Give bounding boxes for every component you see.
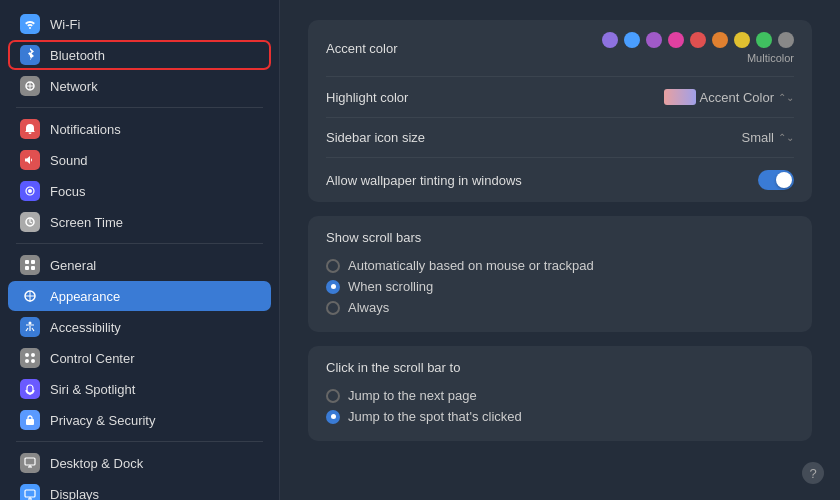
sidebar-group-notifications: Notifications Sound Focus — [0, 114, 279, 237]
highlight-color-chevron: ⌃⌄ — [778, 92, 794, 103]
click-spot-radio[interactable] — [326, 410, 340, 424]
help-button[interactable]: ? — [802, 462, 824, 484]
accent-dot-purple[interactable] — [602, 32, 618, 48]
sidebar-item-bluetooth[interactable]: Bluetooth — [8, 40, 271, 70]
click-scroll-title: Click in the scroll bar to — [326, 360, 794, 375]
sidebar-item-accessibility[interactable]: Accessibility — [8, 312, 271, 342]
bluetooth-icon — [20, 45, 40, 65]
sidebar-item-wifi-label: Wi-Fi — [50, 17, 80, 32]
svg-rect-6 — [25, 260, 29, 264]
scroll-auto-label: Automatically based on mouse or trackpad — [348, 258, 594, 273]
sidebar-divider-1 — [16, 107, 263, 108]
scroll-auto-radio[interactable] — [326, 259, 340, 273]
accent-dot-orange[interactable] — [712, 32, 728, 48]
sidebar-icon-size-label: Sidebar icon size — [326, 130, 425, 145]
sidebar: Wi-Fi Bluetooth Network — [0, 0, 280, 500]
sound-icon — [20, 150, 40, 170]
sidebar-item-displays-label: Displays — [50, 487, 99, 501]
sidebar-item-displays[interactable]: Displays — [8, 479, 271, 500]
accent-dot-blue[interactable] — [624, 32, 640, 48]
accent-dot-pink[interactable] — [668, 32, 684, 48]
accent-color-label: Accent color — [326, 41, 398, 56]
scroll-when-scrolling-label: When scrolling — [348, 279, 433, 294]
accent-colors-section: Multicolor — [602, 32, 794, 64]
sidebar-icon-size-value[interactable]: Small ⌃⌄ — [741, 130, 794, 145]
highlight-color-row: Highlight color Accent Color ⌃⌄ — [326, 77, 794, 118]
main-wrapper: Accent color Multicolor — [280, 0, 840, 500]
screentime-icon — [20, 212, 40, 232]
sidebar-item-accessibility-label: Accessibility — [50, 320, 121, 335]
svg-point-12 — [25, 353, 29, 357]
sidebar-item-general[interactable]: General — [8, 250, 271, 280]
multicolor-label: Multicolor — [747, 52, 794, 64]
wallpaper-tinting-toggle[interactable] — [758, 170, 794, 190]
sidebar-icon-size-row: Sidebar icon size Small ⌃⌄ — [326, 118, 794, 158]
sidebar-item-appearance[interactable]: Appearance — [8, 281, 271, 311]
sidebar-divider-2 — [16, 243, 263, 244]
sidebar-item-privacy[interactable]: Privacy & Security — [8, 405, 271, 435]
main-content: Accent color Multicolor — [280, 0, 840, 500]
sidebar-item-notifications[interactable]: Notifications — [8, 114, 271, 144]
click-next-page-row[interactable]: Jump to the next page — [326, 385, 794, 406]
sidebar-item-network[interactable]: Network — [8, 71, 271, 101]
wifi-icon — [20, 14, 40, 34]
sidebar-item-siri[interactable]: Siri & Spotlight — [8, 374, 271, 404]
siri-icon — [20, 379, 40, 399]
svg-point-15 — [31, 359, 35, 363]
controlcenter-icon — [20, 348, 40, 368]
highlight-color-value[interactable]: Accent Color ⌃⌄ — [664, 89, 794, 105]
appearance-settings-card: Accent color Multicolor — [308, 20, 812, 202]
sidebar-item-siri-label: Siri & Spotlight — [50, 382, 135, 397]
accent-dots — [602, 32, 794, 48]
sidebar-group-desktop: Desktop & Dock Displays Wallpaper — [0, 448, 279, 500]
scroll-always-radio[interactable] — [326, 301, 340, 315]
sidebar-item-focus-label: Focus — [50, 184, 85, 199]
svg-rect-9 — [31, 266, 35, 270]
scroll-when-scrolling-radio[interactable] — [326, 280, 340, 294]
accent-dot-graphite[interactable] — [778, 32, 794, 48]
privacy-icon — [20, 410, 40, 430]
sidebar-item-focus[interactable]: Focus — [8, 176, 271, 206]
scroll-always-row[interactable]: Always — [326, 297, 794, 318]
highlight-color-text: Accent Color — [700, 90, 774, 105]
wallpaper-tinting-row: Allow wallpaper tinting in windows — [326, 158, 794, 202]
svg-rect-18 — [25, 458, 35, 465]
sidebar-icon-size-text: Small — [741, 130, 774, 145]
displays-icon — [20, 484, 40, 500]
sidebar-item-privacy-label: Privacy & Security — [50, 413, 155, 428]
click-next-page-radio[interactable] — [326, 389, 340, 403]
scroll-when-scrolling-row[interactable]: When scrolling — [326, 276, 794, 297]
sidebar-item-wifi[interactable]: Wi-Fi — [8, 9, 271, 39]
sidebar-item-bluetooth-label: Bluetooth — [50, 48, 105, 63]
svg-point-3 — [28, 189, 32, 193]
click-spot-label: Jump to the spot that's clicked — [348, 409, 522, 424]
accent-dot-yellow[interactable] — [734, 32, 750, 48]
svg-rect-8 — [25, 266, 29, 270]
accessibility-icon — [20, 317, 40, 337]
focus-icon — [20, 181, 40, 201]
sidebar-item-sound-label: Sound — [50, 153, 88, 168]
svg-point-13 — [31, 353, 35, 357]
sidebar-item-sound[interactable]: Sound — [8, 145, 271, 175]
accent-dot-violet[interactable] — [646, 32, 662, 48]
scroll-always-label: Always — [348, 300, 389, 315]
sidebar-item-general-label: General — [50, 258, 96, 273]
sidebar-item-screentime-label: Screen Time — [50, 215, 123, 230]
sidebar-item-desktop-label: Desktop & Dock — [50, 456, 143, 471]
network-icon — [20, 76, 40, 96]
accent-dot-green[interactable] — [756, 32, 772, 48]
sidebar-item-desktop[interactable]: Desktop & Dock — [8, 448, 271, 478]
sidebar-item-notifications-label: Notifications — [50, 122, 121, 137]
sidebar-item-controlcenter-label: Control Center — [50, 351, 135, 366]
click-spot-row[interactable]: Jump to the spot that's clicked — [326, 406, 794, 427]
click-scroll-section: Click in the scroll bar to Jump to the n… — [308, 346, 812, 441]
desktop-icon — [20, 453, 40, 473]
scroll-auto-row[interactable]: Automatically based on mouse or trackpad — [326, 255, 794, 276]
scroll-bars-section: Show scroll bars Automatically based on … — [308, 216, 812, 332]
sidebar-item-screentime[interactable]: Screen Time — [8, 207, 271, 237]
notifications-icon — [20, 119, 40, 139]
accent-dot-red[interactable] — [690, 32, 706, 48]
sidebar-item-controlcenter[interactable]: Control Center — [8, 343, 271, 373]
wallpaper-tinting-label: Allow wallpaper tinting in windows — [326, 173, 522, 188]
svg-point-14 — [25, 359, 29, 363]
